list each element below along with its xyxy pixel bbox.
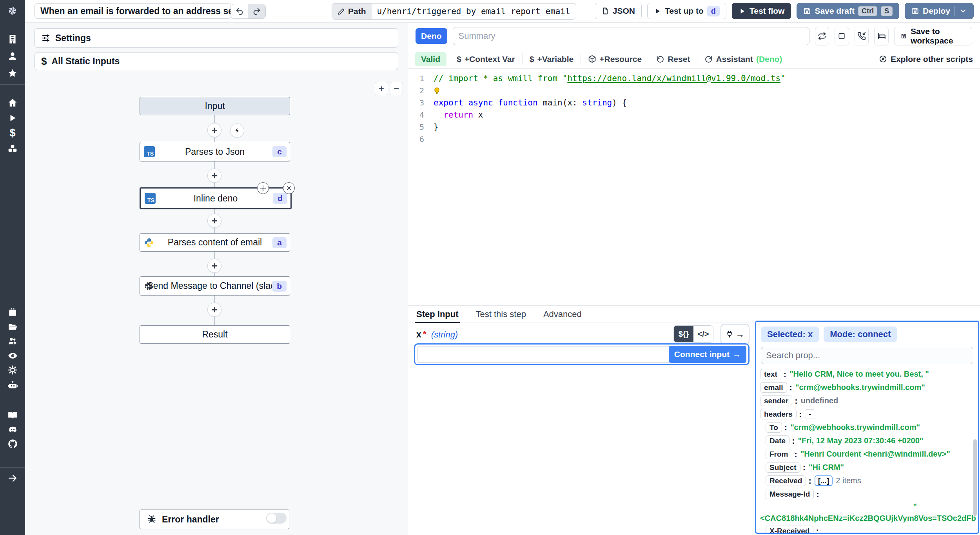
prop-key[interactable]: sender xyxy=(760,395,792,406)
code-line[interactable]: 6 xyxy=(408,133,980,145)
prop-key[interactable]: headers xyxy=(760,409,797,419)
add-step-button[interactable]: + xyxy=(207,169,221,183)
prop-value[interactable]: "crm@webhooks.trywindmill.com" xyxy=(790,423,920,432)
zoom-in-button[interactable]: + xyxy=(375,82,388,95)
arg-value-input[interactable] xyxy=(417,346,670,363)
sync-button[interactable] xyxy=(815,27,829,45)
chevron-down-icon[interactable] xyxy=(959,7,967,15)
json-button[interactable]: JSON xyxy=(595,3,642,19)
trigger-lightning-button[interactable] xyxy=(230,123,244,138)
prop-row-Date[interactable]: Date:"Fri, 12 May 2023 07:30:46 +0200" xyxy=(760,435,976,446)
sidebar-item-boxes-icon[interactable] xyxy=(0,143,25,154)
array-chip[interactable]: [...] xyxy=(815,475,833,486)
connect-input-button[interactable]: Connect input→ xyxy=(669,346,746,363)
code-line[interactable]: 2 xyxy=(408,85,980,97)
code-line[interactable]: 3export async function main(x: string) { xyxy=(408,97,980,109)
test-flow-button[interactable]: Test flow xyxy=(732,3,791,19)
webhook-call-button[interactable] xyxy=(855,27,869,45)
prop-row-Subject[interactable]: Subject:"Hi CRM" xyxy=(760,462,976,473)
flow-title-input[interactable]: When an email is forwarded to an address… xyxy=(34,3,231,19)
fullscreen-button[interactable] xyxy=(835,27,849,45)
node-parses-to-json[interactable]: TS Parses to Json c xyxy=(140,142,290,161)
sidebar-item-eye-icon[interactable] xyxy=(0,350,25,361)
node-input[interactable]: Input xyxy=(140,97,290,115)
delete-step-button[interactable] xyxy=(283,182,295,194)
sidebar-item-user-icon[interactable] xyxy=(0,50,25,62)
add-step-button[interactable]: + xyxy=(207,259,221,273)
node-result[interactable]: Result xyxy=(140,325,290,344)
sidebar-item-github-icon[interactable] xyxy=(0,438,25,450)
move-step-button[interactable] xyxy=(257,182,269,194)
prop-row-From[interactable]: From:"Henri Courdent <henri@windmill.dev… xyxy=(760,449,976,459)
tab-step-input[interactable]: Step Input xyxy=(416,306,459,323)
prop-key[interactable]: Received xyxy=(766,475,806,486)
collapse-toggle[interactable]: - xyxy=(805,409,815,419)
test-up-to-button[interactable]: Test up to d xyxy=(647,3,726,19)
sidebar-item-building-icon[interactable] xyxy=(0,33,25,45)
add-step-button[interactable]: + xyxy=(207,214,221,228)
summary-input[interactable]: Summary xyxy=(453,27,809,45)
tab-test-this-step[interactable]: Test this step xyxy=(476,306,526,323)
prop-value[interactable]: "crm@webhooks.trywindmill.com" xyxy=(795,383,925,392)
sidebar-item-discord-icon[interactable] xyxy=(0,424,25,435)
sidebar-item-arrow-right-icon[interactable] xyxy=(0,472,25,484)
code-line[interactable]: 4 return x xyxy=(408,109,980,121)
sidebar-item-calendar-icon[interactable] xyxy=(0,306,25,318)
prop-value[interactable]: "Hello CRM, Nice to meet you. Best, " xyxy=(789,370,929,379)
error-handler-toggle[interactable] xyxy=(266,513,287,524)
prop-row-text[interactable]: text:"Hello CRM, Nice to meet you. Best,… xyxy=(760,369,976,379)
reset-button[interactable]: Reset xyxy=(649,53,697,65)
all-static-inputs-button[interactable]: $ All Static Inputs xyxy=(34,52,398,70)
sidebar-item-book-icon[interactable] xyxy=(0,410,25,421)
add-context-var-button[interactable]: $+Context Var xyxy=(450,53,522,65)
prop-key[interactable]: Subject xyxy=(766,462,800,473)
prop-row-headers[interactable]: headers:- xyxy=(760,409,976,419)
undo-button[interactable] xyxy=(231,4,248,18)
code-line[interactable]: 5} xyxy=(408,121,980,133)
prop-key[interactable]: email xyxy=(760,382,787,393)
prop-row-sender[interactable]: sender:undefined xyxy=(760,395,976,406)
sidebar-item-home-icon[interactable] xyxy=(0,97,25,109)
prop-row-X-Received[interactable]: X-Received: xyxy=(760,526,976,534)
prop-key[interactable]: Message-Id xyxy=(766,489,814,499)
sleep-button[interactable] xyxy=(874,27,889,45)
prop-value[interactable]: "Henri Courdent <henri@windmill.dev>" xyxy=(800,450,950,459)
connect-plug-button[interactable]: → xyxy=(720,324,750,345)
add-resource-button[interactable]: +Resource xyxy=(581,53,649,65)
prop-key[interactable]: Date xyxy=(766,435,789,446)
prop-key[interactable]: To xyxy=(766,422,782,433)
node-parses-content-of-email[interactable]: Parses content of email a xyxy=(140,233,290,252)
prop-key[interactable]: text xyxy=(760,369,781,379)
windmill-logo-icon[interactable] xyxy=(0,0,25,22)
prop-key[interactable]: X-Received xyxy=(766,526,813,534)
add-step-button[interactable]: + xyxy=(207,123,221,137)
prop-value-line[interactable]: <CAC818hk4NphcENz=iKcz2BQGUjkVym8Vos=TSO… xyxy=(760,514,976,523)
language-badge[interactable]: Deno xyxy=(416,28,447,44)
path-input[interactable]: u/henri/triggered_by_email_report_email xyxy=(372,4,576,19)
tab-advanced[interactable]: Advanced xyxy=(543,306,582,323)
flow-settings-button[interactable]: Settings xyxy=(34,28,398,48)
sidebar-item-dollar-icon[interactable]: $ xyxy=(0,127,25,139)
deploy-button[interactable]: Deploy xyxy=(905,3,974,19)
save-to-workspace-button[interactable]: Save to workspace xyxy=(894,27,972,45)
prop-key[interactable]: From xyxy=(766,449,792,459)
code-editor[interactable]: 1// import * as wmill from "https://deno… xyxy=(408,69,980,309)
error-handler-row[interactable]: Error handler xyxy=(140,510,289,529)
sidebar-item-users-cog-icon[interactable] xyxy=(0,335,25,347)
search-prop-input[interactable]: Search prop... xyxy=(761,347,973,364)
zoom-out-button[interactable]: − xyxy=(390,82,403,95)
add-step-button[interactable]: + xyxy=(207,303,221,317)
assistant-button[interactable]: Assistant (Deno) xyxy=(697,53,789,65)
prop-row-email[interactable]: email:"crm@webhooks.trywindmill.com" xyxy=(760,382,976,393)
prop-row-To[interactable]: To:"crm@webhooks.trywindmill.com" xyxy=(760,422,976,433)
sidebar-item-bot-icon[interactable] xyxy=(0,379,25,391)
prop-row-Message-Id[interactable]: Message-Id: xyxy=(760,489,976,499)
save-draft-button[interactable]: Save draft Ctrl S xyxy=(797,3,899,19)
scrollbar-thumb[interactable] xyxy=(973,439,977,516)
add-variable-button[interactable]: $+Variable xyxy=(522,53,581,65)
sidebar-item-folder-icon[interactable] xyxy=(0,321,25,333)
redo-button[interactable] xyxy=(248,4,265,18)
node-send-message-slack[interactable]: Send Message to Channel (slack) b xyxy=(140,276,290,296)
sidebar-item-star-icon[interactable] xyxy=(0,67,25,79)
sidebar-item-gear-icon[interactable] xyxy=(0,364,25,376)
